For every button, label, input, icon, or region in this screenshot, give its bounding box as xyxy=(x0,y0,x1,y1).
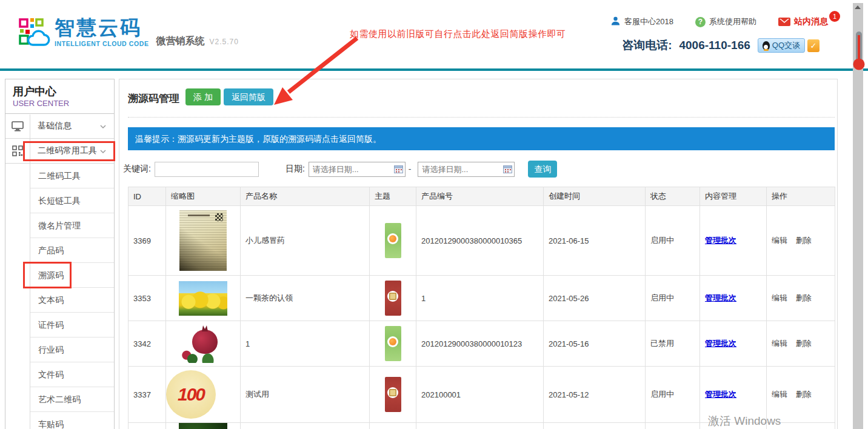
product-thumbnail xyxy=(179,324,227,363)
cell-product-name: 1 xyxy=(241,321,370,367)
cell-status xyxy=(646,423,700,429)
date-to-input[interactable] xyxy=(418,162,515,177)
logo-title: 智慧云码 xyxy=(55,17,149,39)
search-button[interactable]: 查询 xyxy=(528,161,557,178)
cell-product-code: 20120129000380000010365 xyxy=(416,206,544,276)
activate-windows-watermark: 激活 Windows xyxy=(708,413,781,429)
table-row: 3342 1 20120129000380000010123 2021-05-1… xyxy=(129,321,835,367)
header-links: 客服中心2018 ? 系统使用帮助 站内消息 1 xyxy=(610,16,828,28)
sidebar-title: 用户中心 xyxy=(13,85,114,98)
question-icon: ? xyxy=(695,17,706,27)
cell-product-name: 小儿感冒药 xyxy=(241,206,370,276)
product-version: V2.5.70 xyxy=(210,38,239,46)
cell-product-name: 一颗茶的认领 xyxy=(241,276,370,321)
sidebar-item-cert-code[interactable]: 证件码 xyxy=(30,313,114,338)
col-header-id: ID xyxy=(129,187,166,206)
sidebar-item-product-code[interactable]: 产品码 xyxy=(30,238,114,263)
theme-thumbnail xyxy=(385,377,401,412)
logo-qr-cloud-icon xyxy=(18,17,51,51)
envelope-icon xyxy=(778,18,790,26)
thumbnail-100-text: 100 xyxy=(178,384,204,405)
sidebar-item-qr-common-tools[interactable]: 二维码常用工具 xyxy=(5,139,114,164)
notice-banner: 温馨提示：溯源码更新为主题版，原版的溯源码请点击返回简版。 xyxy=(128,127,835,150)
cell-created xyxy=(544,423,646,429)
cell-product-name: 测试用 xyxy=(241,367,370,423)
site-messages-link[interactable]: 站内消息 1 xyxy=(778,16,828,27)
cell-status: 启用中 xyxy=(646,367,700,423)
theme-thumbnail xyxy=(385,223,401,258)
sidebar-item-file-code[interactable]: 文件码 xyxy=(30,362,114,387)
date-label: 日期: xyxy=(285,164,305,175)
sidebar-item-text-code[interactable]: 文本码 xyxy=(30,288,114,313)
col-header-status: 状态 xyxy=(646,187,700,206)
scrollbar-up-arrow-icon[interactable] xyxy=(855,5,861,9)
manage-batch-link[interactable]: 管理批次 xyxy=(705,293,736,302)
sidebar-item-qr-tool[interactable]: 二维码工具 xyxy=(30,164,114,188)
qq-penguin-icon xyxy=(763,41,770,50)
table-header-row: ID 缩略图 产品名称 主题 产品编号 创建时间 状态 内容管理 操作 xyxy=(129,187,835,206)
dotted-separator xyxy=(128,117,835,118)
edit-link[interactable]: 编辑 xyxy=(772,390,787,399)
cell-id xyxy=(129,423,166,429)
date-range-separator: - xyxy=(409,164,412,174)
filter-bar: 关键词: 日期: - 查询 xyxy=(123,161,557,178)
cell-created: 2021-05-16 xyxy=(544,321,646,367)
calendar-icon[interactable] xyxy=(394,165,403,175)
col-header-created: 创建时间 xyxy=(544,187,646,206)
service-center-link[interactable]: 客服中心2018 xyxy=(610,16,673,28)
sidebar-item-trace-code[interactable]: 溯源码 xyxy=(30,263,114,288)
sidebar-item-industry-code[interactable]: 行业码 xyxy=(30,338,114,362)
cell-status: 已禁用 xyxy=(646,321,700,367)
system-help-link[interactable]: ? 系统使用帮助 xyxy=(695,16,756,27)
date-from-input[interactable] xyxy=(309,162,406,177)
qr-code-icon xyxy=(5,145,30,156)
col-header-content: 内容管理 xyxy=(700,187,767,206)
keyword-input[interactable] xyxy=(155,162,259,177)
delete-link[interactable]: 删除 xyxy=(796,293,812,302)
delete-link[interactable]: 删除 xyxy=(796,390,812,399)
trace-code-table: ID 缩略图 产品名称 主题 产品编号 创建时间 状态 内容管理 操作 3369… xyxy=(128,187,835,429)
sidebar-item-short-link[interactable]: 长短链工具 xyxy=(30,188,114,213)
manage-batch-link[interactable]: 管理批次 xyxy=(705,236,736,245)
edit-link[interactable]: 编辑 xyxy=(772,293,787,302)
manage-batch-link[interactable]: 管理批次 xyxy=(705,390,736,399)
edit-link[interactable]: 编辑 xyxy=(772,236,787,245)
back-to-simple-button[interactable]: 返回简版 xyxy=(224,88,273,105)
sidebar-header: 用户中心 USER CENTER xyxy=(5,79,114,114)
edit-link[interactable]: 编辑 xyxy=(772,339,787,348)
calendar-icon[interactable] xyxy=(503,165,512,175)
theme-thumbnail xyxy=(385,326,401,361)
sidebar-item-car-sticker[interactable]: 车贴码 xyxy=(30,412,114,429)
cell-product-code: 20120129000380000010123 xyxy=(416,321,544,367)
sidebar-item-art-qr[interactable]: 艺术二维码 xyxy=(30,387,114,412)
cell-created: 2021-05-12 xyxy=(544,367,646,423)
user-icon xyxy=(610,16,621,28)
thermometer-scroll-indicator xyxy=(852,29,866,72)
cell-id: 3369 xyxy=(129,206,166,276)
keyword-label: 关键词: xyxy=(123,164,151,175)
logo-subtitle: INTELLIGENT CLOUD CODE xyxy=(55,40,149,47)
phone-label: 咨询电话: xyxy=(622,38,672,53)
chevron-down-icon xyxy=(99,145,107,156)
manage-batch-link[interactable]: 管理批次 xyxy=(705,339,736,348)
qq-verified-icon: ✓ xyxy=(807,39,820,52)
add-button[interactable]: 添 加 xyxy=(185,88,221,105)
cell-status: 启用中 xyxy=(646,276,700,321)
brand-logo: 智慧云码 INTELLIGENT CLOUD CODE 微营销系统 V2.5.7… xyxy=(18,17,239,51)
monitor-icon xyxy=(5,121,30,131)
sidebar-item-basic-info[interactable]: 基础信息 xyxy=(5,114,114,139)
product-thumbnail xyxy=(179,423,227,429)
cell-created: 2021-06-15 xyxy=(544,206,646,276)
sidebar-gutter-divider xyxy=(30,115,30,429)
col-header-theme: 主题 xyxy=(370,187,416,206)
product-thumbnail: 100 xyxy=(166,370,216,419)
delete-link[interactable]: 删除 xyxy=(796,339,812,348)
col-header-actions: 操作 xyxy=(767,187,835,206)
qq-chat-button[interactable]: QQ交谈 xyxy=(758,38,805,53)
cell-id: 3342 xyxy=(129,321,166,367)
sidebar-item-micro-card[interactable]: 微名片管理 xyxy=(30,213,114,238)
col-header-thumb: 缩略图 xyxy=(166,187,241,206)
cell-created: 2021-05-26 xyxy=(544,276,646,321)
delete-link[interactable]: 删除 xyxy=(796,236,812,245)
col-header-code: 产品编号 xyxy=(416,187,544,206)
